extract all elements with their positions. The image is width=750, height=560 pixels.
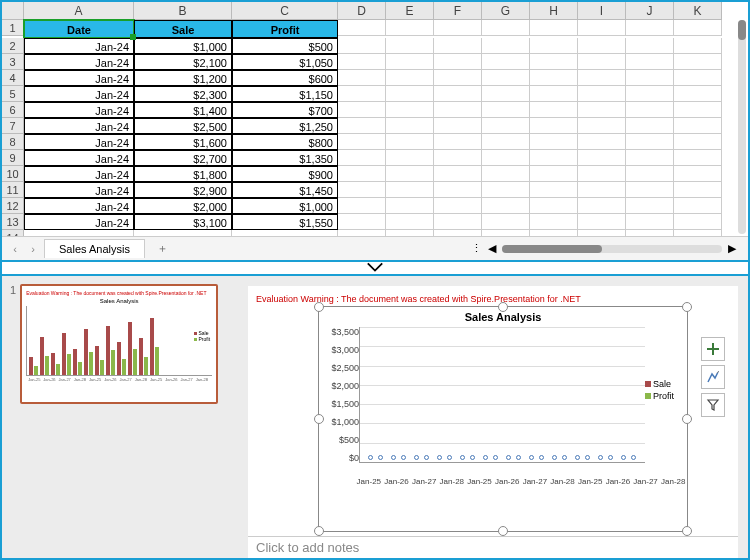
row-header[interactable]: 4 xyxy=(2,70,24,86)
resize-handle[interactable] xyxy=(314,526,324,536)
cell[interactable] xyxy=(338,86,386,102)
cell[interactable]: Jan-24 xyxy=(24,86,134,102)
cell[interactable] xyxy=(530,182,578,198)
row-header[interactable]: 12 xyxy=(2,198,24,214)
cell[interactable] xyxy=(482,150,530,166)
cell[interactable] xyxy=(482,86,530,102)
cell[interactable] xyxy=(674,182,722,198)
cell[interactable] xyxy=(578,182,626,198)
cell[interactable] xyxy=(338,182,386,198)
resize-handle[interactable] xyxy=(682,414,692,424)
cell[interactable] xyxy=(626,134,674,150)
cell[interactable]: $1,250 xyxy=(232,118,338,134)
cell[interactable]: Jan-24 xyxy=(24,54,134,70)
add-sheet-button[interactable]: ＋ xyxy=(147,241,178,256)
cell[interactable]: $2,700 xyxy=(134,150,232,166)
cell[interactable]: Jan-24 xyxy=(24,166,134,182)
cell[interactable] xyxy=(386,134,434,150)
tab-menu-icon[interactable]: ⋮ xyxy=(471,242,482,255)
cell[interactable] xyxy=(626,198,674,214)
cell[interactable] xyxy=(674,214,722,230)
prev-sheet-button[interactable]: ‹ xyxy=(6,240,24,258)
cell[interactable] xyxy=(674,20,722,36)
row-header[interactable]: 9 xyxy=(2,150,24,166)
cell[interactable] xyxy=(482,134,530,150)
cell[interactable] xyxy=(626,150,674,166)
cell[interactable] xyxy=(626,54,674,70)
cell[interactable] xyxy=(626,86,674,102)
cell[interactable] xyxy=(626,166,674,182)
horizontal-scrollbar[interactable] xyxy=(502,245,722,253)
cell[interactable] xyxy=(386,54,434,70)
cell[interactable] xyxy=(434,134,482,150)
cell[interactable] xyxy=(530,54,578,70)
cell[interactable] xyxy=(578,102,626,118)
selection-handle[interactable] xyxy=(130,34,136,40)
next-sheet-button[interactable]: › xyxy=(24,240,42,258)
cell[interactable] xyxy=(386,102,434,118)
cell[interactable] xyxy=(578,38,626,54)
cell[interactable]: $600 xyxy=(232,70,338,86)
cell[interactable] xyxy=(674,134,722,150)
chart-styles-button[interactable] xyxy=(701,365,725,389)
cell[interactable] xyxy=(386,118,434,134)
slide-thumbnail[interactable]: Evaluation Warning : The document was cr… xyxy=(20,284,218,404)
cell[interactable] xyxy=(578,166,626,182)
cell[interactable] xyxy=(434,70,482,86)
cell[interactable] xyxy=(434,118,482,134)
cell[interactable]: $2,100 xyxy=(134,54,232,70)
cell[interactable]: $1,450 xyxy=(232,182,338,198)
column-header[interactable]: K xyxy=(674,2,722,20)
cell[interactable] xyxy=(338,166,386,182)
cell[interactable]: $1,150 xyxy=(232,86,338,102)
cell[interactable]: Jan-24 xyxy=(24,102,134,118)
cell[interactable] xyxy=(338,102,386,118)
cell[interactable]: $1,050 xyxy=(232,54,338,70)
resize-handle[interactable] xyxy=(682,302,692,312)
cell[interactable] xyxy=(674,198,722,214)
cell[interactable] xyxy=(386,214,434,230)
resize-handle[interactable] xyxy=(682,526,692,536)
column-header[interactable]: D xyxy=(338,2,386,20)
row-header[interactable]: 13 xyxy=(2,214,24,230)
cell[interactable] xyxy=(530,102,578,118)
cell[interactable] xyxy=(338,198,386,214)
cell[interactable] xyxy=(434,214,482,230)
cell[interactable] xyxy=(626,20,674,36)
resize-handle[interactable] xyxy=(498,302,508,312)
cell[interactable] xyxy=(338,150,386,166)
cell[interactable] xyxy=(482,102,530,118)
row-header[interactable]: 2 xyxy=(2,38,24,54)
cell[interactable] xyxy=(338,20,386,36)
cell[interactable] xyxy=(626,38,674,54)
cell[interactable] xyxy=(674,86,722,102)
row-header[interactable]: 10 xyxy=(2,166,24,182)
cell[interactable]: $500 xyxy=(232,38,338,54)
cell[interactable] xyxy=(626,214,674,230)
cell[interactable] xyxy=(626,70,674,86)
cell[interactable]: $2,900 xyxy=(134,182,232,198)
cell[interactable] xyxy=(530,38,578,54)
cell[interactable] xyxy=(674,150,722,166)
cell[interactable] xyxy=(674,118,722,134)
cell[interactable]: Jan-24 xyxy=(24,134,134,150)
cell[interactable] xyxy=(578,150,626,166)
vertical-scrollbar[interactable] xyxy=(738,20,746,234)
cell[interactable] xyxy=(434,102,482,118)
column-header[interactable]: G xyxy=(482,2,530,20)
scroll-right-icon[interactable]: ▶ xyxy=(728,242,736,255)
row-header[interactable]: 5 xyxy=(2,86,24,102)
cell[interactable] xyxy=(626,118,674,134)
cell[interactable]: Profit xyxy=(232,20,338,38)
cell[interactable]: Jan-24 xyxy=(24,38,134,54)
cell[interactable] xyxy=(530,198,578,214)
cell[interactable] xyxy=(338,38,386,54)
cell[interactable]: $1,350 xyxy=(232,150,338,166)
cell[interactable] xyxy=(674,38,722,54)
cell[interactable] xyxy=(482,182,530,198)
select-all-corner[interactable] xyxy=(2,2,24,20)
cell[interactable]: Sale xyxy=(134,20,232,38)
cell[interactable] xyxy=(434,86,482,102)
cell[interactable] xyxy=(482,54,530,70)
cell[interactable] xyxy=(434,150,482,166)
